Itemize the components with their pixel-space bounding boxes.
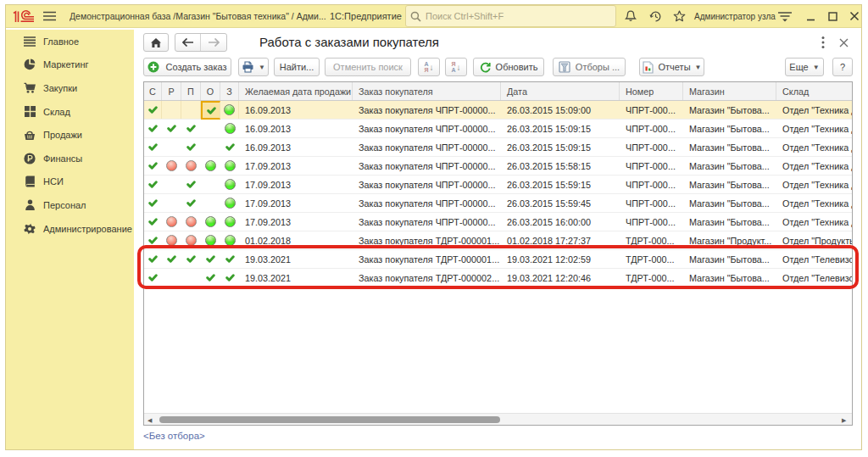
table-row-6[interactable]: 17.09.2013Заказ покупателя ЧПРТ-00000...…: [144, 194, 853, 213]
flag-cell[interactable]: [162, 194, 181, 212]
cell-order[interactable]: Заказ покупателя ЧПРТ-00000...: [353, 194, 501, 212]
cell-number[interactable]: ЧПРТ-000...: [620, 157, 683, 175]
flag-cell[interactable]: [144, 213, 162, 231]
cell-order[interactable]: Заказ покупателя ЧПРТ-00000...: [353, 138, 501, 156]
no-filter-link[interactable]: <Без отбора>: [143, 431, 205, 441]
cell-number[interactable]: ЧПРТ-000...: [620, 176, 683, 193]
horizontal-scrollbar[interactable]: ◀ ▶: [144, 413, 852, 425]
flag-cell[interactable]: [144, 250, 162, 268]
cell-number[interactable]: ТДРТ-000...: [620, 250, 683, 268]
cell-warehouse[interactable]: Отдел "Техника д: [776, 213, 853, 231]
sidebar-item-9[interactable]: Администрирование: [6, 217, 134, 241]
column-header-5[interactable]: Магазин: [683, 82, 776, 100]
sidebar-item-1[interactable]: Главное: [6, 30, 134, 53]
cell-warehouse[interactable]: Отдел "Техника д: [776, 101, 853, 119]
flag-cell[interactable]: [162, 138, 181, 156]
cell-warehouse[interactable]: Отдел "Техника д: [776, 157, 853, 175]
cell-order[interactable]: Заказ покупателя ЧПРТ-00000...: [353, 176, 501, 193]
cell-number[interactable]: ЧПРТ-000...: [620, 213, 683, 231]
table-row-5[interactable]: 17.09.2013Заказ покупателя ЧПРТ-00000...…: [144, 176, 853, 194]
flag-cell[interactable]: [162, 120, 181, 137]
flag-cell[interactable]: [162, 213, 181, 231]
cell-warehouse[interactable]: Отдел "Продукты: [776, 231, 853, 249]
cell-number[interactable]: ТДРТ-000...: [620, 231, 683, 249]
flag-cell[interactable]: [220, 157, 239, 175]
cell-warehouse[interactable]: Отдел "Техника д: [776, 176, 853, 193]
cell-datetime[interactable]: 26.03.2015 15:09:00: [501, 101, 620, 119]
flag-cell[interactable]: [181, 194, 201, 212]
flag-cell[interactable]: [162, 157, 181, 175]
current-user[interactable]: Администратор узла: [694, 5, 776, 27]
column-header-flag-П[interactable]: П: [181, 82, 201, 100]
cell-datetime[interactable]: 01.02.2018 17:27:37: [501, 231, 620, 249]
more-button[interactable]: Еще ▼: [785, 58, 824, 76]
flag-cell[interactable]: [181, 176, 201, 193]
flag-cell[interactable]: [144, 194, 162, 212]
cell-warehouse[interactable]: Отдел "Техника д: [776, 120, 853, 137]
cell-shop[interactable]: Магазин "Бытова...: [683, 194, 776, 212]
column-header-4[interactable]: Номер: [620, 82, 683, 100]
filters-button[interactable]: Отборы ...: [553, 58, 626, 76]
cell-order[interactable]: Заказ покупателя ТДРТ-000001...: [353, 250, 501, 268]
cell-number[interactable]: ЧПРТ-000...: [620, 120, 683, 137]
flag-cell[interactable]: [162, 250, 181, 268]
flag-cell[interactable]: [162, 101, 181, 119]
cell-order[interactable]: Заказ покупателя ЧПРТ-00000...: [353, 101, 501, 119]
table-row-9[interactable]: 19.03.2021Заказ покупателя ТДРТ-000001..…: [144, 250, 853, 269]
favorites-star-icon[interactable]: [670, 5, 687, 27]
window-close-icon[interactable]: [846, 5, 863, 27]
refresh-button[interactable]: Обновить: [473, 58, 544, 76]
flag-cell[interactable]: [220, 213, 239, 231]
cell-warehouse[interactable]: Отдел "Техника д: [776, 138, 853, 156]
cell-wish_date[interactable]: 17.09.2013: [239, 176, 353, 193]
reports-button[interactable]: Отчеты ▼: [639, 58, 704, 76]
cell-order[interactable]: Заказ покупателя ТДРТ-000001...: [353, 231, 501, 249]
flag-cell[interactable]: [201, 157, 220, 175]
cell-wish_date[interactable]: 16.09.2013: [239, 138, 353, 156]
flag-cell[interactable]: [181, 138, 201, 156]
flag-cell[interactable]: [181, 231, 201, 249]
column-header-flag-О[interactable]: О: [201, 82, 220, 100]
cell-datetime[interactable]: 26.03.2015 15:59:45: [501, 194, 620, 212]
table-row-4[interactable]: 17.09.2013Заказ покупателя ЧПРТ-00000...…: [144, 157, 853, 176]
sort-descending-button[interactable]: ЯА↓: [445, 58, 467, 76]
main-menu-hamburger-icon[interactable]: [43, 5, 56, 27]
column-header-flag-Р[interactable]: Р: [162, 82, 181, 100]
cell-order[interactable]: Заказ покупателя ЧПРТ-00000...: [353, 120, 501, 137]
column-header-2[interactable]: Заказ покупателя: [353, 82, 501, 100]
sidebar-item-3[interactable]: Закупки: [6, 76, 134, 100]
flag-cell[interactable]: [144, 269, 162, 287]
cell-datetime[interactable]: 19.03.2021 12:02:59: [501, 250, 620, 268]
focused-flag-cell[interactable]: [201, 101, 220, 120]
form-close-icon[interactable]: [837, 35, 850, 50]
table-row-8[interactable]: 01.02.2018Заказ покупателя ТДРТ-000001..…: [144, 231, 853, 250]
help-button[interactable]: ?: [832, 58, 853, 76]
cell-order[interactable]: Заказ покупателя ЧПРТ-00000...: [353, 157, 501, 175]
flag-cell[interactable]: [181, 120, 201, 137]
flag-cell[interactable]: [181, 101, 201, 119]
flag-cell[interactable]: [220, 138, 239, 156]
sidebar-item-2[interactable]: Маркетинг: [6, 53, 134, 77]
service-menu-icon[interactable]: [776, 5, 794, 27]
window-minimize-icon[interactable]: [803, 5, 818, 27]
flag-cell[interactable]: [201, 120, 220, 137]
find-button[interactable]: Найти...: [274, 58, 320, 76]
flag-cell[interactable]: [144, 138, 162, 156]
flag-cell[interactable]: [162, 269, 181, 287]
cell-shop[interactable]: Магазин "Бытова...: [683, 213, 776, 231]
scroll-right-arrow-icon[interactable]: ▶: [842, 417, 849, 423]
print-button[interactable]: ▼: [238, 58, 269, 76]
flag-cell[interactable]: [144, 120, 162, 137]
flag-cell[interactable]: [144, 176, 162, 193]
cell-wish_date[interactable]: 19.03.2021: [239, 250, 353, 268]
flag-cell[interactable]: [220, 194, 239, 212]
cell-shop[interactable]: Магазин "Бытова...: [683, 101, 776, 119]
sidebar-item-5[interactable]: Продажи: [6, 123, 134, 147]
cell-wish_date[interactable]: 16.09.2013: [239, 101, 353, 119]
cell-shop[interactable]: Магазин "Бытова...: [683, 269, 776, 287]
table-row-3[interactable]: 16.09.2013Заказ покупателя ЧПРТ-00000...…: [144, 138, 853, 157]
scrollbar-thumb[interactable]: [159, 416, 500, 423]
flag-cell[interactable]: [220, 176, 239, 193]
column-header-6[interactable]: Склад: [776, 82, 853, 100]
cell-order[interactable]: Заказ покупателя ТДРТ-000002...: [353, 269, 501, 287]
